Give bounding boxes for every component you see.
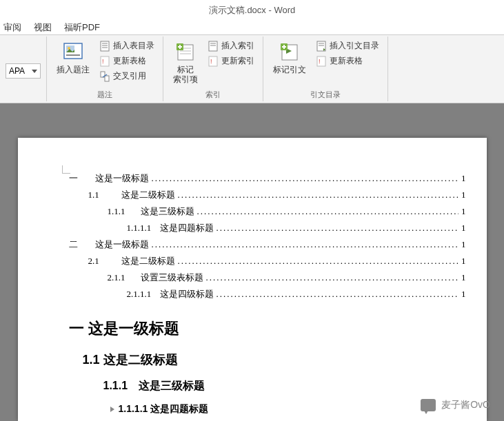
toc-title: 这是二级标题 [121, 189, 175, 201]
update-icon: ! [99, 56, 110, 67]
document-icon [99, 41, 110, 52]
toc-title: 设置三级表标题 [141, 271, 203, 284]
citation-group: 标记引文 插入引文目录 ! 更新表格 引文目录 [263, 37, 388, 101]
toc-title: 这是一级标题 [95, 238, 149, 251]
heading-2[interactable]: 1.1 这是二级标题 [83, 351, 466, 368]
index-group-label: 索引 [169, 88, 257, 100]
svg-text:!: ! [319, 58, 321, 65]
update-table-button[interactable]: ! 更新表格 [97, 54, 157, 68]
menu-bar: 审阅 视图 福昕PDF [0, 21, 504, 34]
svg-rect-3 [66, 54, 80, 56]
toc-title: 这是四题标题 [160, 222, 214, 234]
insert-index-button[interactable]: 插入索引 [205, 39, 257, 53]
menu-review[interactable]: 审阅 [3, 21, 21, 34]
ribbon: APA 插入题注 插入表目录 ! 更新表格 [0, 34, 504, 103]
style-value: APA [9, 66, 25, 76]
toc-page: 1 [461, 206, 466, 217]
toc-entry[interactable]: 一这是一级标题 ................................… [69, 172, 466, 185]
caption-label: 插入题注 [57, 65, 90, 74]
toc-page: 1 [461, 189, 466, 201]
svg-rect-17 [209, 41, 217, 51]
toc-entry[interactable]: 2.1这是二级标题 ..............................… [69, 255, 466, 267]
menu-foxitpdf[interactable]: 福昕PDF [64, 21, 100, 34]
update-icon: ! [208, 56, 219, 67]
toc-number: 2.1 [88, 256, 121, 267]
toc-entry[interactable]: 2.1.1.1这是四级标题 ..........................… [69, 288, 466, 300]
crossref-icon [99, 71, 110, 82]
insert-figure-list-button[interactable]: 插入表目录 [97, 39, 157, 53]
mark-index-icon [174, 41, 196, 63]
index-group: 标记 索引项 插入索引 ! 更新索引 索引 [163, 37, 263, 101]
toc-leader: ........................................… [178, 189, 459, 201]
update-icon: ! [316, 56, 327, 67]
citation-group-label: 引文目录 [269, 88, 382, 100]
mark-citation-button[interactable]: 标记引文 [269, 39, 310, 77]
wechat-icon [421, 399, 436, 411]
heading-3[interactable]: 1.1.1 这是三级标题 [103, 379, 466, 393]
toc-title: 这是一级标题 [95, 172, 149, 185]
update-citation-table-button[interactable]: ! 更新表格 [313, 54, 382, 68]
toc-leader: ........................................… [206, 272, 459, 283]
cross-reference-button[interactable]: 交叉引用 [97, 69, 157, 83]
document-icon [316, 41, 327, 52]
toc-page: 1 [461, 223, 466, 234]
toc-entry[interactable]: 2.1.1设置三级表标题 ...........................… [69, 271, 466, 284]
toc-leader: ........................................… [178, 256, 459, 267]
toc-number: 2.1.1 [108, 272, 141, 283]
toc-number: 1.1.1.1 [127, 223, 160, 234]
toc-page: 1 [461, 173, 466, 184]
insert-caption-button[interactable]: 插入题注 [52, 39, 94, 77]
document-title: 演示文稿.docx - Word [209, 4, 295, 17]
toc-title: 这是二级标题 [121, 255, 175, 267]
svg-rect-11 [105, 76, 109, 81]
watermark: 麦子酱OvO [421, 399, 490, 411]
toc-leader: ........................................… [216, 289, 459, 300]
margin-marker [62, 165, 70, 174]
citation-style-select[interactable]: APA [6, 63, 41, 79]
collapse-triangle-icon[interactable] [110, 407, 114, 412]
svg-text:!: ! [102, 58, 104, 65]
toc-title: 这是四级标题 [160, 288, 214, 300]
toc-page: 1 [461, 272, 466, 283]
toc-number: 1.1 [88, 189, 121, 201]
chevron-down-icon [32, 70, 37, 73]
svg-rect-4 [101, 41, 109, 51]
style-group: APA [0, 37, 47, 101]
mark-index-button[interactable]: 标记 索引项 [169, 39, 202, 88]
watermark-text: 麦子酱OvO [441, 399, 490, 411]
caption-group: 插入题注 插入表目录 ! 更新表格 交叉引用 题注 [47, 37, 163, 101]
toc-leader: ........................................… [216, 223, 459, 234]
toc-title: 这是三级标题 [141, 205, 194, 218]
toc-entry[interactable]: 1.1.1.1这是四题标题 ..........................… [69, 222, 466, 234]
toc-entry[interactable]: 二这是一级标题 ................................… [69, 238, 466, 251]
toc-leader: ........................................… [152, 239, 459, 250]
document-area[interactable]: 一这是一级标题 ................................… [0, 103, 504, 421]
svg-text:!: ! [210, 58, 212, 65]
insert-citation-list-button[interactable]: 插入引文目录 [313, 39, 382, 53]
document-icon [208, 41, 219, 52]
title-bar: 演示文稿.docx - Word [0, 0, 504, 21]
heading-1[interactable]: 一 这是一级标题 [69, 318, 466, 339]
heading-4[interactable]: 1.1.1.1 这是四题标题 [110, 403, 466, 415]
mark-index-label: 标记 索引项 [173, 65, 198, 85]
toc-page: 1 [461, 289, 466, 300]
toc-leader: ........................................… [197, 206, 459, 217]
toc-entry[interactable]: 1.1这是二级标题 ..............................… [69, 189, 466, 201]
caption-icon [62, 41, 84, 63]
toc-page: 1 [461, 239, 466, 250]
page[interactable]: 一这是一级标题 ................................… [18, 138, 487, 421]
toc-entry[interactable]: 1.1.1这是三级标题 ............................… [69, 205, 466, 218]
menu-view[interactable]: 视图 [34, 21, 52, 34]
toc-number: 二 [69, 238, 95, 251]
caption-group-label: 题注 [52, 88, 157, 100]
toc-number: 2.1.1.1 [127, 289, 160, 300]
toc-page: 1 [461, 256, 466, 267]
table-of-contents: 一这是一级标题 ................................… [69, 172, 466, 300]
toc-leader: ........................................… [152, 173, 459, 184]
toc-number: 一 [69, 172, 95, 185]
mark-citation-label: 标记引文 [273, 65, 306, 74]
update-index-button[interactable]: ! 更新索引 [205, 54, 257, 68]
toc-number: 1.1.1 [108, 206, 141, 217]
mark-citation-icon [279, 41, 301, 63]
